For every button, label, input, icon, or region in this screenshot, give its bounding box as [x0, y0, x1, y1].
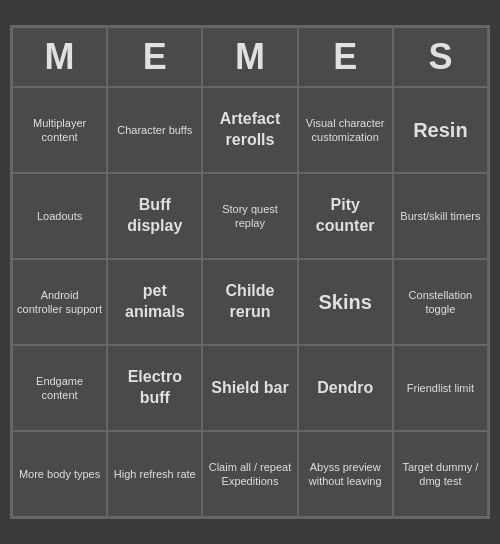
header-letter-m-2: M: [202, 27, 297, 87]
bingo-cell-1-3: Pity counter: [298, 173, 393, 259]
header-letter-m-0: M: [12, 27, 107, 87]
bingo-cell-0-0: Multiplayer content: [12, 87, 107, 173]
bingo-cell-2-2: Childe rerun: [202, 259, 297, 345]
bingo-cell-0-2: Artefact rerolls: [202, 87, 297, 173]
bingo-cell-2-1: pet animals: [107, 259, 202, 345]
bingo-cell-2-0: Android controller support: [12, 259, 107, 345]
bingo-cell-0-1: Character buffs: [107, 87, 202, 173]
bingo-cell-4-1: High refresh rate: [107, 431, 202, 517]
bingo-cell-1-2: Story quest replay: [202, 173, 297, 259]
bingo-cell-4-4: Target dummy / dmg test: [393, 431, 488, 517]
bingo-cell-3-0: Endgame content: [12, 345, 107, 431]
bingo-cell-1-0: Loadouts: [12, 173, 107, 259]
bingo-cell-3-4: Friendlist limit: [393, 345, 488, 431]
bingo-cell-0-4: Resin: [393, 87, 488, 173]
bingo-card: MEMES Multiplayer contentCharacter buffs…: [10, 25, 490, 519]
header-letter-e-3: E: [298, 27, 393, 87]
bingo-cell-2-4: Constellation toggle: [393, 259, 488, 345]
bingo-header: MEMES: [12, 27, 488, 87]
header-letter-s-4: S: [393, 27, 488, 87]
bingo-cell-3-2: Shield bar: [202, 345, 297, 431]
bingo-cell-3-1: Electro buff: [107, 345, 202, 431]
bingo-cell-3-3: Dendro: [298, 345, 393, 431]
bingo-cell-1-1: Buff display: [107, 173, 202, 259]
header-letter-e-1: E: [107, 27, 202, 87]
bingo-cell-1-4: Burst/skill timers: [393, 173, 488, 259]
bingo-cell-0-3: Visual character customization: [298, 87, 393, 173]
bingo-cell-2-3: Skins: [298, 259, 393, 345]
bingo-cell-4-3: Abyss preview without leaving: [298, 431, 393, 517]
bingo-cell-4-0: More body types: [12, 431, 107, 517]
bingo-grid: Multiplayer contentCharacter buffsArtefa…: [12, 87, 488, 517]
bingo-cell-4-2: Claim all / repeat Expeditions: [202, 431, 297, 517]
